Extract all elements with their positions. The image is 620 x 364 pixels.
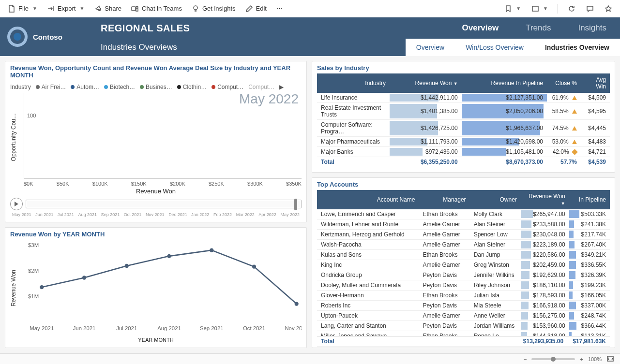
chevron-down-icon: ▼ bbox=[79, 6, 84, 11]
table-row[interactable]: Life Insurance $1,442,911.00 $2,127,351.… bbox=[317, 93, 610, 103]
scatter-title: Revenue Won, Opportunity Count and Reven… bbox=[10, 64, 302, 79]
get-insights-button[interactable]: Get insights bbox=[188, 3, 240, 15]
scatter-xlabel: Revenue Won bbox=[10, 188, 302, 195]
table-row[interactable]: Real Estate Investment Trusts $1,401,385… bbox=[317, 103, 610, 120]
chat-label: Chat in Teams bbox=[142, 5, 182, 12]
top-toolbar: File ▼ Export ▼ Share Chat in Teams Get … bbox=[0, 0, 620, 17]
accounts-table-body: Lowe, Emmerich and Casper Ethan Brooks M… bbox=[317, 209, 610, 336]
svg-point-15 bbox=[295, 302, 299, 306]
favorite-button[interactable] bbox=[601, 3, 616, 15]
bulb-icon bbox=[192, 5, 199, 13]
chat-teams-button[interactable]: Chat in Teams bbox=[127, 3, 186, 15]
chevron-down-icon: ▼ bbox=[516, 6, 521, 11]
svg-point-5 bbox=[14, 33, 21, 41]
refresh-button[interactable] bbox=[564, 3, 579, 15]
report-header: Contoso REGIONAL SALES Overview Trends I… bbox=[0, 17, 620, 56]
svg-text:Oct 2021: Oct 2021 bbox=[243, 325, 265, 331]
chevron-down-icon: ▼ bbox=[543, 6, 548, 11]
share-icon bbox=[94, 5, 102, 13]
table-row[interactable]: Major Banks $972,436.00 $1,105,481.00 42… bbox=[317, 147, 610, 157]
edit-button[interactable]: Edit bbox=[242, 3, 271, 15]
export-icon bbox=[47, 5, 55, 13]
sort-desc-icon: ▼ bbox=[454, 81, 458, 86]
table-row[interactable]: Miller, Jones and Sawayn Ethan Brooks Re… bbox=[317, 331, 610, 336]
svg-point-14 bbox=[252, 264, 256, 268]
brand: Contoso bbox=[0, 17, 96, 56]
svg-text:$3M: $3M bbox=[28, 242, 39, 248]
brand-name: Contoso bbox=[33, 33, 62, 41]
pencil-icon bbox=[245, 5, 253, 13]
svg-point-12 bbox=[167, 254, 171, 258]
svg-text:Nov 2021: Nov 2021 bbox=[285, 325, 302, 331]
table-row[interactable]: Kertzmann, Herzog and Gerhold Amelie Gar… bbox=[317, 230, 610, 240]
insights-label: Get insights bbox=[202, 5, 236, 12]
accounts-card[interactable]: Top Accounts Account Name Manager Owner … bbox=[312, 177, 615, 348]
line-card[interactable]: Revenue Won by YEAR MONTH Revenue Won $1… bbox=[5, 227, 307, 348]
table-row[interactable]: Walsh-Pacocha Amelie Garner Alan Steiner… bbox=[317, 240, 610, 250]
table-row[interactable]: Lowe, Emmerich and Casper Ethan Brooks M… bbox=[317, 209, 610, 219]
table-row[interactable]: Dooley, Muller and Cummerata Peyton Davi… bbox=[317, 280, 610, 291]
rectangle-icon bbox=[531, 5, 539, 13]
comment-icon bbox=[586, 5, 594, 13]
accounts-table-head: Account Name Manager Owner Revenue Won ▼… bbox=[317, 190, 610, 209]
legend-label: Industry bbox=[10, 84, 31, 90]
timeline-ticks: May 2021Jun 2021Jul 2021Aug 2021Sep 2021… bbox=[10, 212, 302, 217]
svg-text:Aug 2021: Aug 2021 bbox=[157, 325, 181, 331]
bookmark-icon bbox=[504, 5, 512, 13]
file-label: File bbox=[18, 5, 29, 12]
timeline-slider[interactable] bbox=[26, 200, 302, 208]
bookmark-menu[interactable]: ▼ bbox=[500, 3, 525, 15]
line-xlabel: YEAR MONTH bbox=[10, 337, 302, 343]
industry-title: Sales by Industry bbox=[317, 64, 610, 72]
svg-text:$1M: $1M bbox=[28, 293, 39, 299]
brand-logo-icon bbox=[7, 26, 28, 47]
subtab-industries[interactable]: Industries Overview bbox=[534, 39, 620, 56]
svg-text:Jun 2021: Jun 2021 bbox=[73, 325, 96, 331]
star-icon bbox=[605, 5, 612, 13]
refresh-icon bbox=[568, 5, 575, 13]
legend-next-icon[interactable]: ▶ bbox=[279, 84, 284, 90]
comment-button[interactable] bbox=[582, 3, 598, 15]
tab-insights[interactable]: Insights bbox=[564, 17, 620, 39]
table-row[interactable]: Wilderman, Lehner and Runte Amelie Garne… bbox=[317, 219, 610, 230]
status-bar: − + 100% bbox=[0, 353, 620, 364]
accounts-scroll[interactable]: Lowe, Emmerich and Casper Ethan Brooks M… bbox=[317, 209, 610, 336]
table-row[interactable]: Glover-Hermann Ethan Brooks Julian Isla … bbox=[317, 291, 610, 301]
table-row[interactable]: Major Pharmaceuticals $1,111,793.00 $1,4… bbox=[317, 137, 610, 147]
svg-text:Jul 2021: Jul 2021 bbox=[116, 325, 137, 331]
subtab-winloss[interactable]: Win/Loss Overview bbox=[455, 39, 534, 56]
divider bbox=[558, 4, 558, 14]
industry-card[interactable]: Sales by Industry Industry Revenue Won ▼… bbox=[312, 61, 615, 173]
table-row[interactable]: Lang, Carter and Stanton Peyton Davis Jo… bbox=[317, 321, 610, 331]
fit-page-button[interactable] bbox=[606, 355, 614, 364]
table-row[interactable]: Kulas and Sons Ethan Brooks Dan Jump $22… bbox=[317, 250, 610, 260]
table-row[interactable]: King Inc Amelie Garner Greg Winston $202… bbox=[317, 260, 610, 270]
table-row[interactable]: Roberts Inc Peyton Davis Mia Steele $166… bbox=[317, 301, 610, 311]
zoom-out-button[interactable]: − bbox=[524, 356, 527, 362]
tab-trends[interactable]: Trends bbox=[512, 17, 564, 39]
svg-text:Sep 2021: Sep 2021 bbox=[200, 325, 224, 331]
line-title: Revenue Won by YEAR MONTH bbox=[10, 231, 302, 238]
table-row[interactable]: Ondricka Group Peyton Davis Jennifer Wil… bbox=[317, 270, 610, 280]
content: Revenue Won, Opportunity Count and Reven… bbox=[0, 56, 620, 353]
scatter-ylabel: Opportunity Cou… bbox=[10, 113, 17, 161]
svg-point-1 bbox=[136, 6, 138, 8]
zoom-slider[interactable] bbox=[531, 358, 575, 360]
scatter-watermark: May 2022 bbox=[239, 91, 299, 107]
export-menu[interactable]: Export ▼ bbox=[43, 3, 88, 15]
zoom-in-button[interactable]: + bbox=[580, 356, 583, 362]
table-row[interactable]: Computer Software: Progra… $1,426,725.00… bbox=[317, 120, 610, 137]
scatter-card[interactable]: Revenue Won, Opportunity Count and Reven… bbox=[5, 61, 307, 222]
accounts-title: Top Accounts bbox=[317, 181, 610, 188]
share-button[interactable]: Share bbox=[90, 3, 125, 15]
export-label: Export bbox=[58, 5, 76, 12]
svg-point-13 bbox=[210, 248, 213, 252]
subtab-overview[interactable]: Overview bbox=[406, 39, 455, 56]
file-menu[interactable]: File ▼ bbox=[4, 3, 41, 15]
view-menu[interactable]: ▼ bbox=[528, 3, 552, 15]
more-menu[interactable]: ⋯ bbox=[272, 3, 287, 14]
tab-overview[interactable]: Overview bbox=[449, 17, 513, 39]
table-row[interactable]: Upton-Paucek Amelie Garner Anne Weiler $… bbox=[317, 311, 610, 321]
play-button[interactable] bbox=[10, 198, 23, 210]
file-icon bbox=[8, 5, 15, 13]
